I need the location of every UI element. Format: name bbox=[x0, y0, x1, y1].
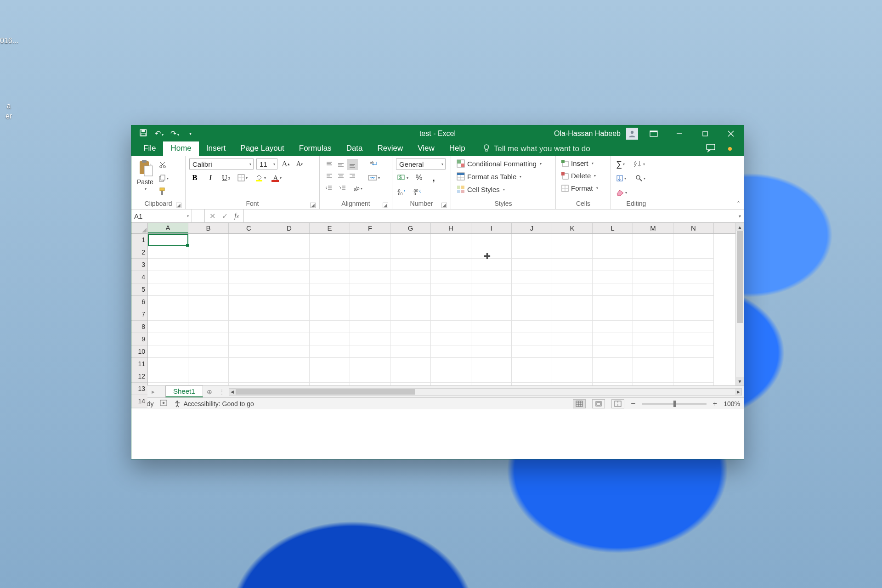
cell[interactable] bbox=[471, 271, 512, 283]
cell[interactable] bbox=[350, 296, 390, 308]
cell[interactable] bbox=[269, 321, 310, 333]
orientation-icon[interactable]: ab▾ bbox=[351, 183, 363, 193]
cell[interactable] bbox=[188, 271, 229, 283]
fill-icon[interactable]: ▾ bbox=[615, 173, 627, 183]
insert-function-icon[interactable]: fx bbox=[234, 212, 239, 220]
find-select-icon[interactable]: ▾ bbox=[634, 173, 646, 183]
cell[interactable] bbox=[593, 271, 633, 283]
underline-icon[interactable]: U▾ bbox=[221, 173, 231, 183]
cell[interactable] bbox=[431, 234, 471, 246]
cell[interactable] bbox=[673, 333, 714, 345]
increase-decimal-icon[interactable]: .0.00 bbox=[396, 187, 407, 197]
wrap-text-icon[interactable]: ab bbox=[367, 159, 381, 169]
tab-help[interactable]: Help bbox=[442, 141, 473, 156]
cell[interactable] bbox=[633, 308, 673, 321]
sort-filter-icon[interactable]: AZ▾ bbox=[633, 159, 646, 169]
cell[interactable] bbox=[593, 370, 633, 383]
column-header[interactable]: I bbox=[471, 223, 512, 233]
decrease-indent-icon[interactable] bbox=[324, 183, 334, 193]
borders-icon[interactable]: ▾ bbox=[237, 173, 249, 183]
cell[interactable] bbox=[552, 283, 593, 296]
cell[interactable] bbox=[229, 321, 269, 333]
italic-icon[interactable]: I bbox=[205, 173, 215, 183]
cell[interactable] bbox=[552, 246, 593, 259]
cell[interactable] bbox=[673, 370, 714, 383]
format-as-table-button[interactable]: Format as Table▾ bbox=[455, 171, 524, 181]
cell[interactable] bbox=[148, 308, 188, 321]
clear-icon[interactable]: ▾ bbox=[615, 187, 628, 198]
cell[interactable] bbox=[512, 333, 552, 345]
cell[interactable] bbox=[188, 370, 229, 383]
cell[interactable] bbox=[229, 358, 269, 370]
sheet-nav-next-icon[interactable]: ► bbox=[151, 389, 156, 395]
cell[interactable] bbox=[390, 271, 431, 283]
zoom-out-button[interactable]: − bbox=[631, 399, 636, 408]
font-size-combo[interactable]: 11▾ bbox=[256, 158, 277, 170]
cell[interactable] bbox=[673, 358, 714, 370]
cell[interactable] bbox=[673, 308, 714, 321]
cell[interactable] bbox=[471, 370, 512, 383]
row-header[interactable]: 10 bbox=[131, 345, 147, 358]
row-header[interactable]: 7 bbox=[131, 308, 147, 321]
percent-style-icon[interactable]: % bbox=[414, 173, 424, 183]
cell[interactable] bbox=[633, 345, 673, 358]
cell[interactable] bbox=[229, 259, 269, 271]
cut-icon[interactable] bbox=[158, 160, 168, 170]
merge-center-icon[interactable]: ▾ bbox=[367, 173, 381, 183]
column-header[interactable]: B bbox=[188, 223, 229, 233]
collapse-ribbon-icon[interactable]: ˄ bbox=[737, 200, 740, 208]
cell[interactable] bbox=[633, 358, 673, 370]
tab-file[interactable]: File bbox=[136, 141, 163, 156]
increase-font-icon[interactable]: A▴ bbox=[281, 159, 291, 169]
cell[interactable] bbox=[229, 383, 269, 385]
cell[interactable] bbox=[512, 246, 552, 259]
cell[interactable] bbox=[269, 383, 310, 385]
cell[interactable] bbox=[512, 271, 552, 283]
cell[interactable] bbox=[633, 259, 673, 271]
normal-view-icon[interactable] bbox=[573, 399, 586, 408]
cell[interactable] bbox=[188, 321, 229, 333]
share-indicator-icon[interactable] bbox=[728, 147, 732, 151]
account-name[interactable]: Ola-Hassan Habeeb bbox=[554, 130, 621, 138]
cell[interactable] bbox=[148, 370, 188, 383]
cell[interactable] bbox=[350, 259, 390, 271]
cell[interactable] bbox=[148, 321, 188, 333]
cell[interactable] bbox=[593, 308, 633, 321]
comments-icon[interactable] bbox=[706, 144, 715, 154]
accessibility-status[interactable]: Accessibility: Good to go bbox=[174, 400, 254, 407]
cell[interactable] bbox=[390, 308, 431, 321]
cell[interactable] bbox=[269, 345, 310, 358]
cell[interactable] bbox=[471, 345, 512, 358]
cell[interactable] bbox=[431, 345, 471, 358]
scroll-right-icon[interactable]: ▶ bbox=[735, 389, 741, 395]
cell[interactable] bbox=[431, 333, 471, 345]
copy-icon[interactable]: ▾ bbox=[158, 173, 170, 183]
cell[interactable] bbox=[431, 271, 471, 283]
column-header[interactable]: E bbox=[310, 223, 350, 233]
cell[interactable] bbox=[390, 246, 431, 259]
minimize-button[interactable] bbox=[669, 125, 690, 141]
zoom-slider[interactable] bbox=[642, 403, 707, 405]
cell[interactable] bbox=[633, 321, 673, 333]
cell[interactable] bbox=[148, 283, 188, 296]
cell[interactable] bbox=[390, 358, 431, 370]
cell[interactable] bbox=[431, 259, 471, 271]
comma-style-icon[interactable]: , bbox=[429, 173, 439, 183]
cell[interactable] bbox=[552, 234, 593, 246]
cell[interactable] bbox=[390, 333, 431, 345]
cell[interactable] bbox=[633, 333, 673, 345]
desktop-shortcut-3[interactable]: er bbox=[0, 112, 17, 120]
cell[interactable] bbox=[310, 358, 350, 370]
cell[interactable] bbox=[593, 321, 633, 333]
cell[interactable] bbox=[593, 383, 633, 385]
cell[interactable] bbox=[471, 358, 512, 370]
row-header[interactable]: 2 bbox=[131, 246, 147, 259]
cell[interactable] bbox=[673, 345, 714, 358]
column-header[interactable]: H bbox=[431, 223, 471, 233]
cell[interactable] bbox=[310, 296, 350, 308]
align-top-icon[interactable] bbox=[324, 159, 335, 170]
cell[interactable] bbox=[269, 333, 310, 345]
tab-data[interactable]: Data bbox=[339, 141, 370, 156]
cell[interactable] bbox=[390, 383, 431, 385]
column-header[interactable]: K bbox=[552, 223, 593, 233]
